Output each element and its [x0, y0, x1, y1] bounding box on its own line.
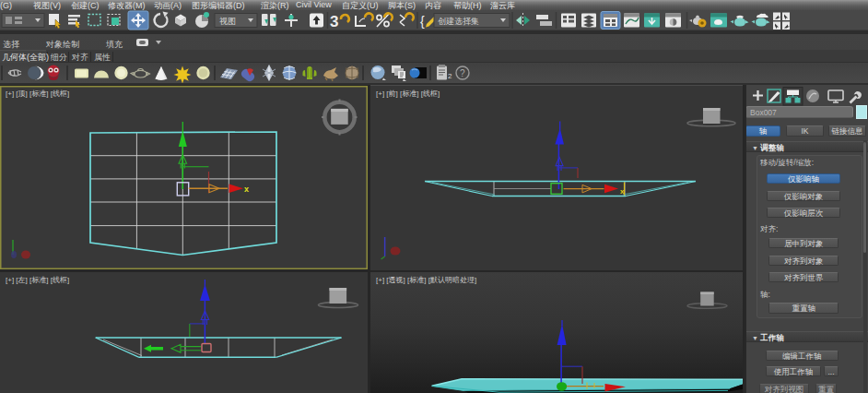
- svg-text:x: x: [620, 187, 625, 196]
- svg-text:?: ?: [460, 68, 465, 78]
- svg-text:3: 3: [330, 13, 338, 30]
- svg-text:2: 2: [448, 72, 452, 80]
- svg-text:{: {: [420, 14, 425, 29]
- svg-text:视图: 视图: [219, 17, 236, 26]
- svg-text:创建选择集: 创建选择集: [438, 17, 479, 26]
- svg-text:x: x: [244, 185, 249, 194]
